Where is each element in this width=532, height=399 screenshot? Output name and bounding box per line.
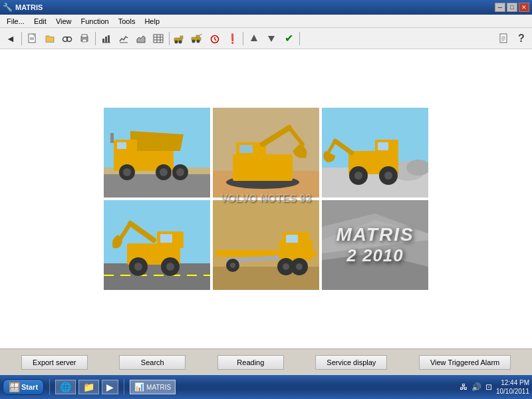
report-button[interactable] bbox=[496, 31, 512, 47]
sep5 bbox=[299, 32, 300, 45]
svg-point-25 bbox=[192, 39, 196, 43]
chart-bar-button[interactable] bbox=[98, 31, 114, 47]
taskbar-right: 🖧 🔊 ⊡ 12:44 PM 10/10/2011 bbox=[460, 378, 529, 396]
svg-rect-7 bbox=[82, 35, 87, 37]
svg-rect-11 bbox=[108, 35, 110, 43]
new-button[interactable] bbox=[25, 31, 41, 47]
svg-point-85 bbox=[166, 263, 174, 271]
machine1-button[interactable] bbox=[172, 31, 188, 47]
signal-up-button[interactable] bbox=[246, 31, 262, 47]
battery-icon: ⊡ bbox=[485, 382, 492, 392]
taskbar-ie-button[interactable]: 🌐 bbox=[55, 380, 76, 394]
svg-marker-33 bbox=[268, 36, 275, 42]
svg-rect-75 bbox=[104, 263, 210, 290]
svg-point-83 bbox=[134, 263, 142, 271]
bottom-bar: Export server Search Reading Service dis… bbox=[0, 348, 532, 375]
svg-rect-91 bbox=[286, 235, 298, 243]
svg-point-96 bbox=[296, 263, 303, 270]
title-bar: 🔧 MATRIS ─ □ ✕ bbox=[0, 0, 532, 15]
svg-point-51 bbox=[176, 168, 184, 176]
svg-marker-32 bbox=[251, 35, 257, 41]
minimize-button[interactable]: ─ bbox=[495, 3, 505, 12]
sep1 bbox=[21, 32, 22, 45]
start-button[interactable]: 🪟 Start bbox=[3, 379, 44, 395]
media-icon: ▶ bbox=[106, 382, 114, 392]
grid-cell-grader bbox=[213, 200, 319, 290]
search-button[interactable]: Search bbox=[119, 355, 186, 370]
menu-view[interactable]: View bbox=[52, 16, 76, 27]
chart-area-button[interactable] bbox=[133, 31, 149, 47]
clock-date: 10/10/2011 bbox=[496, 387, 529, 396]
svg-rect-5 bbox=[66, 37, 68, 38]
reading-button[interactable]: Reading bbox=[217, 355, 284, 370]
open-button[interactable] bbox=[42, 31, 58, 47]
svg-marker-43 bbox=[130, 131, 184, 151]
start-label: Start bbox=[21, 383, 38, 391]
svg-point-49 bbox=[160, 168, 168, 176]
menu-function[interactable]: Function bbox=[77, 16, 113, 27]
menu-edit[interactable]: Edit bbox=[30, 16, 51, 27]
grid-cell-excavator bbox=[213, 108, 319, 198]
grid-cell-matris: MATRIS 2 2010 bbox=[322, 200, 428, 290]
clock[interactable]: 12:44 PM 10/10/2011 bbox=[496, 378, 529, 396]
svg-point-21 bbox=[175, 40, 178, 43]
export-server-button[interactable]: Export server bbox=[21, 355, 88, 370]
alert-button[interactable]: ❗ bbox=[224, 31, 240, 47]
network-icon: 🖧 bbox=[460, 382, 467, 392]
svg-point-94 bbox=[283, 263, 289, 270]
back-button[interactable]: ◄ bbox=[3, 31, 19, 47]
app-icon: 🔧 bbox=[3, 3, 13, 12]
ie-icon: 🌐 bbox=[60, 382, 71, 392]
image-grid: VOLVO NOTES 93 bbox=[104, 108, 428, 290]
menu-help[interactable]: Help bbox=[140, 16, 164, 27]
signal-down-button[interactable] bbox=[263, 31, 279, 47]
svg-rect-15 bbox=[154, 35, 163, 43]
matris-taskbar-icon: 📊 bbox=[134, 382, 144, 392]
svg-rect-52 bbox=[110, 133, 114, 143]
svg-rect-9 bbox=[102, 39, 104, 43]
clock-time: 12:44 PM bbox=[496, 378, 529, 387]
main-content: VOLVO NOTES 93 bbox=[0, 49, 532, 348]
main-wrapper: VOLVO NOTES 93 bbox=[0, 49, 532, 348]
sep2 bbox=[95, 32, 96, 45]
menu-tools[interactable]: Tools bbox=[114, 16, 140, 27]
svg-rect-10 bbox=[105, 37, 107, 43]
volume-icon: 🔊 bbox=[471, 382, 481, 392]
svg-rect-27 bbox=[196, 35, 200, 38]
svg-point-26 bbox=[197, 39, 200, 43]
matris-text: MATRIS 2 2010 bbox=[322, 200, 428, 290]
taskbar-separator2 bbox=[124, 379, 124, 395]
title-bar-controls: ─ □ ✕ bbox=[495, 3, 529, 12]
svg-point-47 bbox=[123, 168, 131, 176]
view-triggered-alarm-button[interactable]: View Triggered Alarm bbox=[419, 355, 511, 370]
svg-marker-14 bbox=[137, 36, 145, 43]
taskbar-matris-button[interactable]: 📊 MATRIS bbox=[130, 380, 176, 394]
chart-line-button[interactable] bbox=[116, 31, 132, 47]
check-button[interactable]: ✔ bbox=[281, 31, 297, 47]
grid-cell-wheel-loader bbox=[322, 108, 428, 198]
machine2-button[interactable] bbox=[190, 31, 205, 47]
taskbar-media-button[interactable]: ▶ bbox=[102, 380, 118, 394]
svg-point-73 bbox=[384, 172, 392, 180]
binoculars-button[interactable] bbox=[59, 31, 75, 47]
svg-rect-67 bbox=[378, 142, 388, 150]
clock-alert-button[interactable] bbox=[207, 31, 223, 47]
menu-bar: File... Edit View Function Tools Help bbox=[0, 15, 532, 28]
toolbar: ◄ ❗ ✔ bbox=[0, 28, 532, 49]
windows-logo-icon: 🪟 bbox=[9, 382, 20, 392]
menu-file[interactable]: File... bbox=[3, 16, 29, 27]
maximize-button[interactable]: □ bbox=[507, 3, 517, 12]
taskbar: 🪟 Start 🌐 📁 ▶ 📊 MATRIS 🖧 🔊 ⊡ 12:44 PM 10… bbox=[0, 375, 532, 399]
close-button[interactable]: ✕ bbox=[519, 3, 529, 12]
print-button[interactable] bbox=[76, 31, 92, 47]
service-display-button[interactable]: Service display bbox=[315, 355, 387, 370]
svg-point-22 bbox=[179, 40, 182, 43]
table-button[interactable] bbox=[150, 31, 166, 47]
help-button[interactable]: ? bbox=[513, 31, 529, 47]
svg-rect-79 bbox=[160, 234, 172, 243]
svg-rect-23 bbox=[180, 36, 183, 39]
taskbar-left: 🪟 Start 🌐 📁 ▶ 📊 MATRIS bbox=[3, 379, 176, 395]
title-bar-left: 🔧 MATRIS bbox=[3, 3, 43, 12]
svg-rect-41 bbox=[104, 174, 210, 198]
taskbar-folder-button[interactable]: 📁 bbox=[78, 380, 99, 394]
